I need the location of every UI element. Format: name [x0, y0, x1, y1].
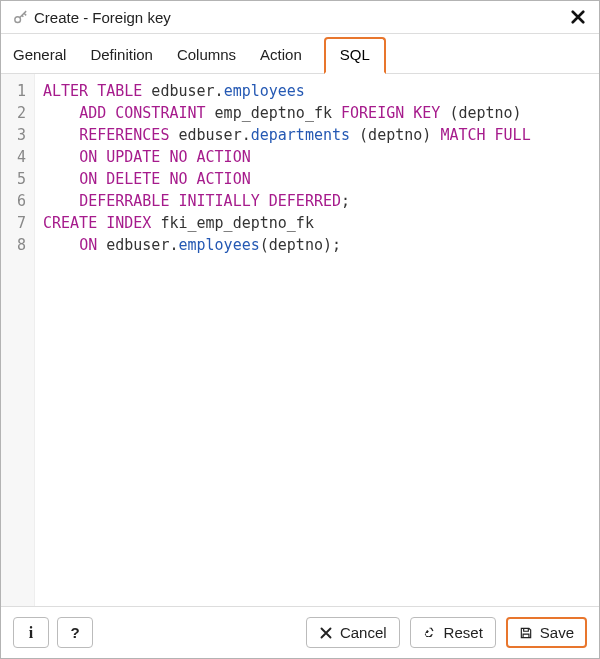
token-kw: ON — [79, 170, 97, 188]
token-plain — [106, 104, 115, 122]
token-plain: (deptno) — [350, 126, 440, 144]
help-icon: ? — [68, 625, 83, 640]
line-number: 5 — [1, 168, 26, 190]
token-kw: UPDATE — [106, 148, 160, 166]
code-line: DEFERRABLE INITIALLY DEFERRED; — [43, 190, 591, 212]
token-plain — [404, 104, 413, 122]
token-kw: INDEX — [106, 214, 151, 232]
token-id: departments — [251, 126, 350, 144]
token-kw: ALTER — [43, 82, 88, 100]
code-line: ALTER TABLE edbuser.employees — [43, 80, 591, 102]
token-kw: FOREIGN — [341, 104, 404, 122]
tab-general[interactable]: General — [11, 37, 68, 73]
code-line: ADD CONSTRAINT emp_deptno_fk FOREIGN KEY… — [43, 102, 591, 124]
code-line: REFERENCES edbuser.departments (deptno) … — [43, 124, 591, 146]
tab-definition[interactable]: Definition — [88, 37, 155, 73]
token-plain — [43, 148, 79, 166]
sql-editor[interactable]: 12345678 ALTER TABLE edbuser.employees A… — [1, 74, 599, 606]
token-plain — [43, 126, 79, 144]
info-icon: i — [24, 625, 39, 640]
code-line: ON edbuser.employees(deptno); — [43, 234, 591, 256]
token-id: employees — [178, 236, 259, 254]
info-button[interactable]: i — [13, 617, 49, 648]
token-id: employees — [224, 82, 305, 100]
button-label: Reset — [444, 625, 483, 640]
token-kw: INITIALLY — [178, 192, 259, 210]
dialog-footer: i ? Cancel Reset — [1, 606, 599, 658]
tab-label: General — [13, 46, 66, 63]
svg-point-0 — [14, 16, 20, 22]
dialog-create-foreign-key: Create - Foreign key General Definition … — [0, 0, 600, 659]
token-kw: ACTION — [197, 170, 251, 188]
code-area[interactable]: ALTER TABLE edbuser.employees ADD CONSTR… — [35, 74, 599, 606]
save-button[interactable]: Save — [506, 617, 587, 648]
token-plain — [97, 148, 106, 166]
token-plain — [43, 170, 79, 188]
tab-action[interactable]: Action — [258, 37, 304, 73]
token-plain: (deptno); — [260, 236, 341, 254]
reset-button[interactable]: Reset — [410, 617, 496, 648]
token-kw: ON — [79, 148, 97, 166]
tab-sql[interactable]: SQL — [324, 37, 386, 74]
line-number: 6 — [1, 190, 26, 212]
tab-label: Action — [260, 46, 302, 63]
token-kw: REFERENCES — [79, 126, 169, 144]
code-line: ON DELETE NO ACTION — [43, 168, 591, 190]
line-number: 2 — [1, 102, 26, 124]
line-number: 4 — [1, 146, 26, 168]
cancel-button[interactable]: Cancel — [306, 617, 400, 648]
token-kw: NO — [169, 148, 187, 166]
tab-bar: General Definition Columns Action SQL — [1, 34, 599, 74]
token-kw: ON — [79, 236, 97, 254]
key-icon — [11, 8, 29, 26]
help-button[interactable]: ? — [57, 617, 93, 648]
token-kw: FULL — [495, 126, 531, 144]
token-plain — [97, 170, 106, 188]
footer-buttons: Cancel Reset Save — [306, 617, 587, 648]
token-plain — [188, 148, 197, 166]
token-plain — [43, 236, 79, 254]
save-icon — [519, 625, 534, 640]
token-plain — [43, 192, 79, 210]
token-kw: CONSTRAINT — [115, 104, 205, 122]
close-button[interactable] — [567, 7, 589, 27]
token-kw: DEFERRED — [269, 192, 341, 210]
token-plain — [260, 192, 269, 210]
tab-label: SQL — [340, 46, 370, 63]
token-plain — [43, 104, 79, 122]
token-kw: ADD — [79, 104, 106, 122]
code-line: ON UPDATE NO ACTION — [43, 146, 591, 168]
token-kw: TABLE — [97, 82, 142, 100]
line-number: 7 — [1, 212, 26, 234]
token-kw: DELETE — [106, 170, 160, 188]
tab-label: Columns — [177, 46, 236, 63]
line-number: 8 — [1, 234, 26, 256]
close-icon — [571, 6, 585, 28]
cancel-icon — [319, 625, 334, 640]
token-plain: edbuser. — [97, 236, 178, 254]
token-plain: ; — [341, 192, 350, 210]
line-number: 1 — [1, 80, 26, 102]
recycle-icon — [423, 625, 438, 640]
token-plain — [188, 170, 197, 188]
token-kw: MATCH — [440, 126, 485, 144]
token-kw: NO — [169, 170, 187, 188]
token-plain: edbuser. — [142, 82, 223, 100]
button-label: Save — [540, 625, 574, 640]
token-kw: ACTION — [197, 148, 251, 166]
dialog-title: Create - Foreign key — [34, 9, 567, 26]
line-number: 3 — [1, 124, 26, 146]
tab-columns[interactable]: Columns — [175, 37, 238, 73]
tab-label: Definition — [90, 46, 153, 63]
button-label: Cancel — [340, 625, 387, 640]
gutter: 12345678 — [1, 74, 35, 606]
token-plain: (deptno) — [440, 104, 521, 122]
token-plain: fki_emp_deptno_fk — [151, 214, 314, 232]
token-plain: emp_deptno_fk — [206, 104, 341, 122]
token-plain — [97, 214, 106, 232]
token-plain: edbuser. — [169, 126, 250, 144]
token-kw: CREATE — [43, 214, 97, 232]
token-kw: DEFERRABLE — [79, 192, 169, 210]
code-line: CREATE INDEX fki_emp_deptno_fk — [43, 212, 591, 234]
token-kw: KEY — [413, 104, 440, 122]
